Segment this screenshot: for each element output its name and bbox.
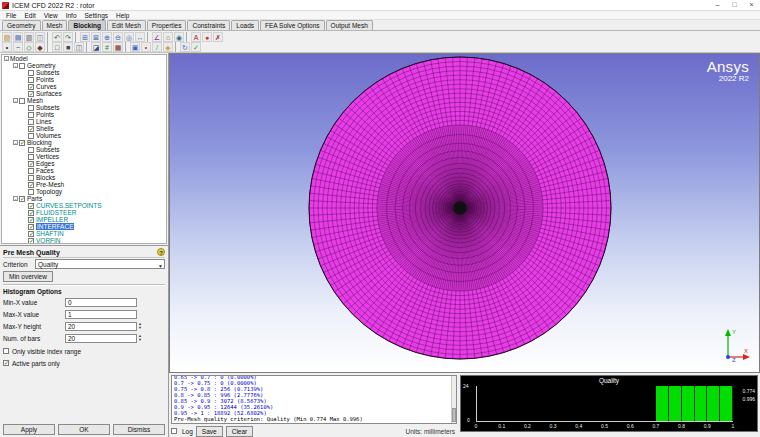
tree-item-faces[interactable]: Faces (2, 167, 166, 174)
tree-item-vertices[interactable]: Vertices (2, 153, 166, 160)
face-display-icon[interactable]: ◈ (163, 42, 173, 52)
help-icon[interactable]: ? (157, 248, 165, 256)
tree-checkbox[interactable]: ✓ (28, 91, 34, 97)
save-button[interactable]: Save (196, 426, 223, 437)
num-of-bars-input[interactable]: 20 (65, 334, 137, 343)
tree-item-impeller[interactable]: ✓IMPELLER (2, 216, 166, 223)
apply-check-icon[interactable]: ✓ (191, 42, 201, 52)
tree-expander-icon[interactable]: - (13, 63, 18, 68)
pan-view-icon[interactable]: ↔ (135, 32, 145, 42)
tree-item-parts[interactable]: -✓Parts (2, 195, 166, 202)
open-project-icon[interactable]: ▨ (2, 32, 12, 42)
tree-item-points[interactable]: Points (2, 111, 166, 118)
criterion-dropdown[interactable]: Quality ▼ (35, 259, 165, 269)
tree-item-shaftin[interactable]: ✓SHAFTIN (2, 230, 166, 237)
tree-checkbox[interactable] (28, 147, 34, 153)
screen-capture-icon[interactable]: ◫ (35, 32, 45, 42)
tree-item-subsets[interactable]: Subsets (2, 104, 166, 111)
tree-expander-icon[interactable]: - (13, 98, 18, 103)
quality-histogram[interactable]: Quality 24 0 0.774 0.996 00.10.20.30.40.… (460, 375, 758, 432)
tree-checkbox[interactable] (19, 98, 25, 104)
menu-view[interactable]: View (40, 12, 62, 19)
undo-icon[interactable]: ↶ (52, 32, 62, 42)
transparent-display-icon[interactable]: ◫ (74, 42, 84, 52)
select-bodies-icon[interactable]: ◆ (35, 42, 45, 52)
cut-plane-icon[interactable]: ◪ (91, 42, 101, 52)
wireframe-display-icon[interactable]: □ (52, 42, 62, 52)
minimize-button[interactable]: – (709, 0, 726, 10)
add-marker-icon[interactable]: ● (202, 32, 212, 42)
ok-button[interactable]: OK (58, 424, 110, 435)
box-zoom-icon[interactable]: ⊠ (91, 32, 101, 42)
tab-fea-solve-options[interactable]: FEA Solve Options (260, 20, 325, 30)
tree-item-topology[interactable]: Topology (2, 188, 166, 195)
menu-edit[interactable]: Edit (20, 12, 39, 19)
tree-item-fluidsteer[interactable]: ✓FLUIDSTEER (2, 209, 166, 216)
tree-item-curves[interactable]: ✓Curves (2, 83, 166, 90)
tree-checkbox[interactable]: ✓ (28, 231, 34, 237)
tab-geometry[interactable]: Geometry (2, 20, 41, 30)
tree-checkbox[interactable]: ✓ (28, 161, 34, 167)
tab-loads[interactable]: Loads (231, 20, 259, 30)
apply-button[interactable]: Apply (3, 424, 55, 435)
save-project-icon[interactable]: ▤ (13, 32, 23, 42)
tree-item-points[interactable]: Points (2, 76, 166, 83)
tree-item-subsets[interactable]: Subsets (2, 146, 166, 153)
tree-checkbox[interactable]: ✓ (19, 140, 25, 146)
min-overview-button[interactable]: Min overview (3, 271, 53, 282)
tree-item-surfaces[interactable]: ✓Surfaces (2, 90, 166, 97)
tree-item-volumes[interactable]: Volumes (2, 132, 166, 139)
tree-checkbox[interactable] (19, 63, 25, 69)
menu-settings[interactable]: Settings (81, 12, 113, 19)
rotate-view-icon[interactable]: ◎ (124, 32, 134, 42)
tab-constraints[interactable]: Constraints (187, 20, 230, 30)
tree-item-model[interactable]: -Model (2, 55, 166, 62)
local-coord-system-icon[interactable]: ⌂ (163, 32, 173, 42)
redo-icon[interactable]: ↷ (63, 32, 73, 42)
tree-checkbox[interactable] (28, 168, 34, 174)
log-scrollbar[interactable] (451, 376, 456, 423)
max-x-value-input[interactable]: 1 (65, 310, 137, 319)
min-x-value-input[interactable]: 0 (65, 298, 137, 307)
fit-window-icon[interactable]: ⊞ (80, 32, 90, 42)
tree-checkbox[interactable] (28, 70, 34, 76)
block-display-icon[interactable]: ▣ (130, 42, 140, 52)
tree-checkbox[interactable]: ✓ (28, 217, 34, 223)
spinner-control[interactable]: ▲▼ (138, 322, 142, 330)
print-icon[interactable]: ▥ (24, 32, 34, 42)
graphics-viewport[interactable]: Ansys 2022 R2 Y X Z (169, 53, 760, 373)
tree-checkbox[interactable]: ✓ (28, 224, 34, 230)
tree-checkbox[interactable] (28, 105, 34, 111)
tree-checkbox[interactable] (28, 175, 34, 181)
zoom-in-icon[interactable]: ⊕ (102, 32, 112, 42)
spinner-control[interactable]: ▲▼ (138, 334, 142, 342)
tree-item-mesh[interactable]: -Mesh (2, 97, 166, 104)
refresh-view-icon[interactable]: ↻ (180, 42, 190, 52)
message-log[interactable]: 0.55 -> 0.6 : 0 (0.0000%)0.6 -> 0.65 : 0… (171, 375, 457, 424)
edge-display-icon[interactable]: / (152, 42, 162, 52)
tree-item-interface[interactable]: ✓INTERFACE (2, 223, 166, 230)
close-button[interactable]: × (743, 0, 760, 10)
tree-checkbox[interactable]: ✓ (28, 203, 34, 209)
tab-properties[interactable]: Properties (147, 20, 187, 30)
select-points-icon[interactable]: • (2, 42, 12, 52)
tab-edit-mesh[interactable]: Edit Mesh (107, 20, 146, 30)
select-curves-icon[interactable]: ~ (13, 42, 23, 52)
tree-item-pre-mesh[interactable]: ✓Pre-Mesh (2, 181, 166, 188)
user-view-icon[interactable]: ◉ (174, 32, 184, 42)
tree-checkbox[interactable]: ✓ (28, 238, 34, 244)
active-parts-only-checkbox[interactable]: ✓ (3, 360, 9, 366)
shaded-display-icon[interactable]: ■ (63, 42, 73, 52)
log-scrollbar-thumb[interactable] (452, 408, 456, 422)
tree-checkbox[interactable]: ✓ (28, 210, 34, 216)
vertex-display-icon[interactable]: • (141, 42, 151, 52)
tree-item-geometry[interactable]: -Geometry (2, 62, 166, 69)
tree-item-shells[interactable]: ✓Shells (2, 125, 166, 132)
tree-expander-icon[interactable]: - (13, 196, 18, 201)
premesh-circular-ogrid[interactable] (170, 54, 758, 372)
maximize-button[interactable]: □ (726, 0, 743, 10)
measure-distance-icon[interactable]: ∠ (152, 32, 162, 42)
tree-item-lines[interactable]: Lines (2, 118, 166, 125)
tree-item-vorfin[interactable]: ✓VORFIN (2, 237, 166, 244)
tree-checkbox[interactable] (28, 119, 34, 125)
